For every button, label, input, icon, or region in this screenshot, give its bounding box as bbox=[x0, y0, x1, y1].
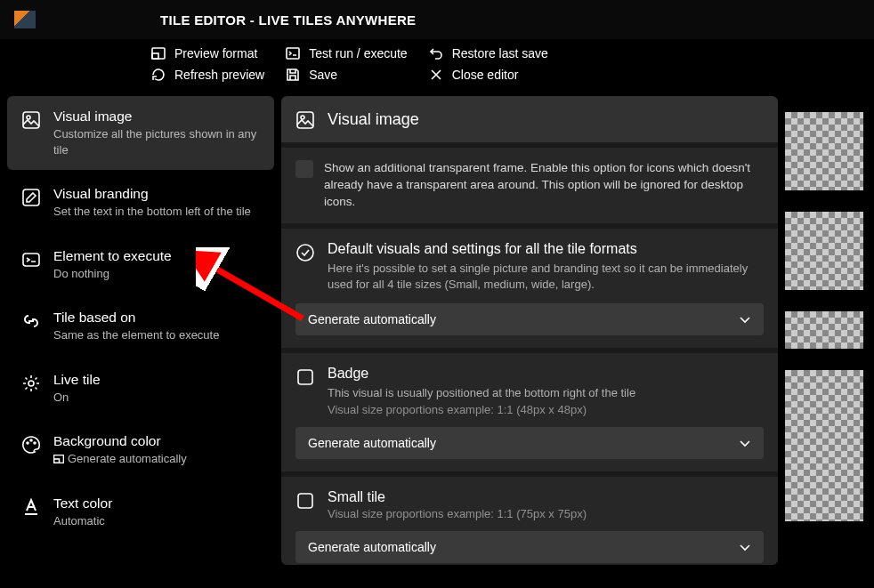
tile-icon bbox=[295, 491, 315, 511]
section-desc: Here it's possible to set a single pictu… bbox=[328, 261, 764, 293]
chevron-down-icon bbox=[739, 541, 751, 553]
preview-format-label: Preview format bbox=[174, 46, 257, 60]
svg-rect-2 bbox=[287, 48, 299, 59]
toolbar: Preview format Refresh preview Test run … bbox=[0, 39, 874, 89]
dropdown-value: Generate automatically bbox=[308, 436, 436, 450]
dropdown-value: Generate automatically bbox=[308, 540, 436, 554]
transparent-frame-checkbox[interactable] bbox=[295, 160, 313, 178]
sidebar-item-sub: Set the text in the bottom left of the t… bbox=[53, 204, 260, 220]
sidebar-item-sub: Same as the element to execute bbox=[53, 327, 260, 343]
edit-icon bbox=[21, 188, 41, 207]
sidebar-item-sub: On bbox=[53, 390, 260, 406]
chevron-down-icon bbox=[739, 437, 751, 449]
test-run-button[interactable]: Test run / execute bbox=[286, 46, 408, 60]
section-hint: Visual size proportions example: 1:1 (48… bbox=[328, 403, 635, 416]
sidebar-item-label: Tile based on bbox=[53, 310, 260, 326]
sidebar-item-element-execute[interactable]: Element to executeDo nothing bbox=[7, 236, 274, 294]
brightness-icon bbox=[21, 374, 41, 393]
sidebar-item-sub: Automatic bbox=[53, 513, 260, 529]
default-dropdown[interactable]: Generate automatically bbox=[295, 303, 764, 335]
section-title: Badge bbox=[328, 366, 635, 382]
preview-tile bbox=[785, 311, 863, 349]
sidebar-item-visual-branding[interactable]: Visual brandingSet the text in the botto… bbox=[7, 173, 274, 232]
sidebar-item-live-tile[interactable]: Live tileOn bbox=[7, 359, 274, 418]
section-title: Small tile bbox=[328, 489, 587, 505]
panel-header: Visual image bbox=[281, 96, 778, 142]
panel-title: Visual image bbox=[328, 110, 419, 129]
save-label: Save bbox=[309, 68, 337, 82]
test-run-label: Test run / execute bbox=[309, 46, 408, 60]
frame-option-section: Show an additional transparent frame. En… bbox=[281, 148, 778, 223]
preview-column bbox=[785, 96, 863, 565]
preview-tile bbox=[785, 370, 863, 521]
svg-rect-12 bbox=[54, 459, 60, 463]
section-title: Default visuals and settings for all the… bbox=[328, 241, 764, 257]
sidebar-item-text-color[interactable]: Text colorAutomatic bbox=[7, 483, 274, 542]
svg-rect-16 bbox=[298, 370, 312, 384]
main-panel: Visual image Show an additional transpar… bbox=[281, 96, 778, 565]
svg-rect-1 bbox=[152, 53, 158, 59]
restore-button[interactable]: Restore last save bbox=[429, 46, 548, 60]
sidebar-item-label: Visual image bbox=[53, 109, 260, 125]
sidebar-item-sub: Generate automatically bbox=[53, 451, 260, 467]
link-icon bbox=[21, 311, 41, 331]
badge-dropdown[interactable]: Generate automatically bbox=[295, 427, 764, 459]
terminal-icon bbox=[286, 46, 300, 60]
sidebar-item-background-color[interactable]: Background colorGenerate automatically bbox=[7, 421, 274, 479]
default-visuals-section: Default visuals and settings for all the… bbox=[281, 229, 778, 348]
app-icon bbox=[14, 11, 36, 28]
svg-rect-6 bbox=[23, 254, 39, 266]
section-desc: This visual is usually positioned at the… bbox=[328, 385, 635, 401]
image-icon bbox=[21, 110, 41, 130]
sidebar-item-visual-image[interactable]: Visual imageCustomize all the pictures s… bbox=[7, 96, 274, 170]
sidebar-item-label: Element to execute bbox=[53, 248, 260, 264]
sidebar-item-label: Text color bbox=[53, 495, 260, 511]
svg-point-7 bbox=[28, 381, 34, 386]
sidebar: Visual imageCustomize all the pictures s… bbox=[7, 96, 274, 565]
preview-tile bbox=[785, 212, 863, 290]
svg-point-9 bbox=[30, 439, 32, 441]
preview-format-button[interactable]: Preview format bbox=[151, 46, 264, 60]
sidebar-item-label: Visual branding bbox=[53, 186, 260, 202]
svg-rect-13 bbox=[297, 112, 313, 128]
sidebar-item-sub: Customize all the pictures shown in any … bbox=[53, 126, 260, 157]
refresh-preview-button[interactable]: Refresh preview bbox=[151, 68, 264, 82]
image-icon bbox=[295, 110, 315, 130]
section-hint: Visual size proportions example: 1:1 (75… bbox=[328, 507, 587, 520]
sidebar-item-tile-based-on[interactable]: Tile based onSame as the element to exec… bbox=[7, 297, 274, 356]
close-icon bbox=[429, 68, 443, 82]
title-bar: TILE EDITOR - LIVE TILES ANYWHERE bbox=[0, 0, 874, 39]
svg-point-4 bbox=[27, 116, 30, 119]
save-button[interactable]: Save bbox=[286, 68, 408, 82]
preview-tile bbox=[785, 112, 863, 190]
undo-icon bbox=[429, 46, 443, 60]
text-color-icon bbox=[21, 497, 41, 517]
chevron-down-icon bbox=[739, 313, 751, 326]
close-editor-button[interactable]: Close editor bbox=[429, 68, 548, 82]
execute-icon bbox=[21, 250, 41, 270]
badge-section: Badge This visual is usually positioned … bbox=[281, 353, 778, 471]
transparent-frame-label: Show an additional transparent frame. En… bbox=[324, 160, 764, 211]
tile-icon bbox=[295, 367, 315, 387]
svg-rect-3 bbox=[23, 112, 39, 128]
svg-point-8 bbox=[27, 442, 28, 444]
svg-point-14 bbox=[301, 116, 304, 119]
sidebar-item-label: Live tile bbox=[53, 372, 260, 388]
window-title: TILE EDITOR - LIVE TILES ANYWHERE bbox=[160, 12, 416, 28]
restore-label: Restore last save bbox=[452, 46, 548, 60]
refresh-icon bbox=[151, 68, 166, 82]
dropdown-value: Generate automatically bbox=[308, 312, 436, 326]
sidebar-item-sub: Do nothing bbox=[53, 266, 260, 282]
save-icon bbox=[286, 68, 300, 82]
check-circle-icon bbox=[295, 243, 315, 262]
small-tile-section: Small tile Visual size proportions examp… bbox=[281, 477, 778, 565]
svg-point-10 bbox=[34, 442, 36, 444]
svg-rect-5 bbox=[23, 189, 39, 205]
svg-rect-17 bbox=[298, 494, 312, 508]
palette-icon bbox=[21, 435, 41, 455]
close-editor-label: Close editor bbox=[452, 68, 519, 82]
svg-point-15 bbox=[297, 245, 313, 261]
small-dropdown[interactable]: Generate automatically bbox=[295, 531, 764, 563]
refresh-preview-label: Refresh preview bbox=[174, 68, 264, 82]
sidebar-item-label: Background color bbox=[53, 433, 260, 449]
